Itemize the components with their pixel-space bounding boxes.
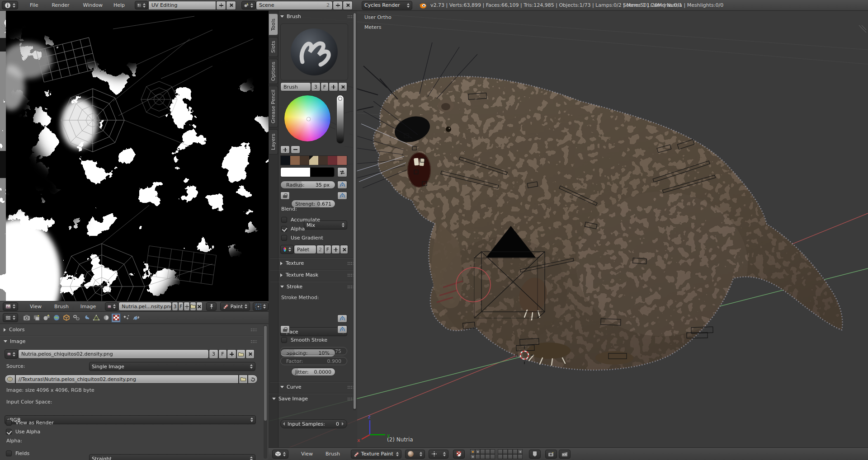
secondary-color[interactable] xyxy=(310,168,334,177)
props-open-image-button[interactable] xyxy=(236,349,245,359)
screen-layout-icon-button[interactable] xyxy=(135,1,148,9)
menu-help[interactable]: Help xyxy=(110,2,128,8)
props-unlink-image-button[interactable] xyxy=(245,349,255,359)
strength-lock-button[interactable] xyxy=(280,192,290,200)
value-slider[interactable] xyxy=(336,95,344,144)
opengl-render-anim-button[interactable] xyxy=(559,450,571,459)
use-gradient-row[interactable]: Use Gradient xyxy=(281,235,323,241)
props-image-icon-button[interactable] xyxy=(5,349,18,359)
brush-preview[interactable] xyxy=(280,23,348,80)
swap-colors-button[interactable] xyxy=(337,167,347,177)
palette-icon-button[interactable] xyxy=(280,245,294,254)
pivot-select[interactable] xyxy=(253,302,269,311)
open-image-button[interactable] xyxy=(190,302,196,311)
editor-type-button-3dview[interactable] xyxy=(272,450,288,459)
palette-new-button[interactable] xyxy=(331,245,340,254)
strength-pressure-button[interactable] xyxy=(337,192,347,200)
radius-slider[interactable]: Radius:35 px xyxy=(280,181,335,189)
properties-tab-physics[interactable] xyxy=(131,313,141,323)
panel-image-header[interactable]: Image xyxy=(4,338,257,344)
use-gradient-checkbox[interactable] xyxy=(281,235,287,241)
pivot-point-select[interactable] xyxy=(429,450,448,459)
texture-display-toggle[interactable] xyxy=(453,450,465,459)
factor-slider-disabled[interactable]: Factor: 0.900 xyxy=(280,357,347,365)
properties-tab-constraints[interactable] xyxy=(71,313,81,323)
color-wheel[interactable] xyxy=(284,95,331,142)
smooth-stroke-row[interactable]: Smooth Stroke xyxy=(281,337,327,343)
alpha-row[interactable]: Alpha xyxy=(281,226,305,232)
fake-user-button[interactable]: F xyxy=(178,302,184,311)
editor-type-button-image[interactable] xyxy=(3,302,18,311)
image-name-field[interactable]: Nutria.pel...nsity.png xyxy=(118,302,172,311)
unlink-image-button[interactable] xyxy=(196,302,203,311)
palette-swatch-selected[interactable] xyxy=(309,156,319,165)
close-screen-layout-button[interactable] xyxy=(226,1,236,10)
properties-tab-render-layers[interactable] xyxy=(32,313,41,323)
properties-tab-object-data[interactable] xyxy=(91,313,101,323)
alpha-select[interactable]: Straight xyxy=(89,454,255,460)
smooth-stroke-checkbox[interactable] xyxy=(281,337,287,343)
value-slider-handle[interactable] xyxy=(338,97,342,101)
view-as-render-checkbox[interactable] xyxy=(6,420,12,426)
shelf-tab-grease-pencil[interactable]: Grease Pencil xyxy=(269,86,278,127)
properties-tab-particles[interactable] xyxy=(121,313,131,323)
pin-button[interactable] xyxy=(206,302,217,311)
vp-menu-brush[interactable]: Brush xyxy=(322,451,344,457)
panel-save-image-header[interactable]: Save Image xyxy=(272,396,354,402)
viewport-3d[interactable]: User Ortho Meters (2) Nutria z y x xyxy=(269,11,868,447)
palette-swatch[interactable] xyxy=(337,156,347,165)
brush-name-field[interactable]: Brush xyxy=(280,82,311,91)
panel-stroke-header[interactable]: Stroke xyxy=(280,284,354,290)
palette-fake-user-button[interactable]: F xyxy=(324,245,331,254)
spacing-pressure-button[interactable] xyxy=(337,314,347,323)
properties-tab-texture[interactable] xyxy=(111,313,121,323)
palette-users-button[interactable]: 2 xyxy=(316,245,324,254)
menu-window[interactable]: Window xyxy=(80,2,106,8)
properties-tab-object[interactable] xyxy=(61,313,71,323)
editor-mode-select[interactable]: Paint xyxy=(220,302,250,311)
add-screen-layout-button[interactable] xyxy=(216,1,226,10)
source-select[interactable]: Single Image xyxy=(89,362,255,371)
vp-menu-view[interactable]: View xyxy=(297,451,316,457)
scene-users-count[interactable]: 2 xyxy=(326,2,330,8)
uv-image-editor-canvas[interactable] xyxy=(0,11,269,301)
uv-menu-image[interactable]: Image xyxy=(77,304,99,310)
image-users-button[interactable]: 3 xyxy=(172,302,178,311)
properties-tab-render[interactable] xyxy=(22,313,31,323)
jitter-lock-button[interactable] xyxy=(280,325,290,333)
props-image-name-field[interactable]: Nutria.pelos_chiquitos02.density.png xyxy=(18,349,209,359)
render-engine-select[interactable]: Cycles Render xyxy=(362,1,412,10)
palette-add-color-button[interactable] xyxy=(280,146,290,154)
editor-type-button-info[interactable] xyxy=(2,1,18,9)
palette-swatch[interactable] xyxy=(328,156,337,165)
use-alpha-row[interactable]: Use Alpha xyxy=(6,429,40,435)
use-alpha-checkbox[interactable] xyxy=(6,429,12,435)
filepath-reload-button[interactable] xyxy=(248,375,258,384)
palette-swatch[interactable] xyxy=(318,156,328,165)
shelf-tab-layers[interactable]: Layers xyxy=(269,129,278,155)
filepath-browse-button[interactable] xyxy=(239,375,248,384)
add-scene-button[interactable] xyxy=(333,1,343,10)
jitter-slider[interactable]: Jitter:0.0000 xyxy=(291,368,335,376)
palette-name-field[interactable]: Palet xyxy=(294,245,316,254)
fields-checkbox[interactable] xyxy=(6,451,12,456)
properties-tab-material[interactable] xyxy=(101,313,111,323)
panel-colors-header[interactable]: Colors xyxy=(4,327,257,333)
jitter-pressure-button[interactable] xyxy=(337,325,347,333)
filepath-icon-button[interactable] xyxy=(5,375,15,384)
primary-color[interactable] xyxy=(281,168,310,177)
palette-swatch[interactable] xyxy=(281,156,290,165)
props-fake-user-button[interactable]: F xyxy=(218,349,227,359)
lock-to-scene-button[interactable] xyxy=(529,450,541,459)
panel-curve-header[interactable]: Curve xyxy=(280,384,354,390)
screen-layout-name[interactable]: UV Editing xyxy=(148,1,216,10)
viewport-shading-select[interactable] xyxy=(405,450,425,459)
fields-row[interactable]: Fields xyxy=(6,451,29,456)
palette-swatch[interactable] xyxy=(290,156,300,165)
delete-scene-button[interactable] xyxy=(343,1,353,10)
layer-grid-right[interactable] xyxy=(498,449,523,459)
tool-shelf-scrollbar[interactable] xyxy=(353,13,356,410)
scene-name[interactable]: Scene 2 xyxy=(256,1,333,10)
shelf-tab-tools[interactable]: Tools xyxy=(269,14,278,35)
strength-slider[interactable]: Strengt:0.671 xyxy=(291,200,335,208)
